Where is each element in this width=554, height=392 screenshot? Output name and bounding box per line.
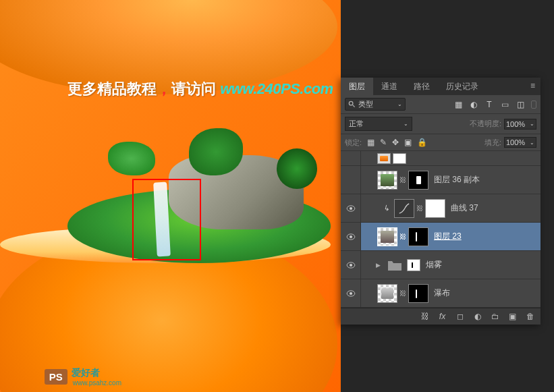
wm-part1: 更多精品教程 [67, 80, 157, 97]
opacity-label: 不透明度: [470, 119, 501, 129]
new-group-icon[interactable]: 🗀 [490, 312, 500, 321]
mask-thumb[interactable] [408, 171, 428, 190]
canvas-area[interactable]: 更多精品教程，请访问 www.240PS.com PS 爱好者 www.psah… [0, 0, 341, 392]
panel-tabs: 图层 通道 路径 历史记录 ≡ [341, 78, 541, 95]
link-icon[interactable]: ⛓ [399, 289, 406, 297]
dropdown-arrow-icon: ⌄ [397, 101, 402, 107]
fill-label: 填充: [484, 138, 501, 148]
chevron-down-icon: ⌄ [530, 121, 534, 127]
folder-thumb[interactable] [385, 256, 405, 275]
visibility-toggle[interactable] [341, 151, 361, 165]
lock-position-icon[interactable]: ✥ [392, 138, 399, 147]
visibility-toggle[interactable] [341, 279, 361, 307]
lock-artboard-icon[interactable]: ▣ [404, 138, 412, 147]
wm-comma: ， [157, 80, 171, 97]
svg-point-0 [349, 101, 353, 105]
new-layer-icon[interactable]: ▣ [507, 312, 518, 321]
svg-line-1 [353, 105, 355, 107]
tab-paths[interactable]: 路径 [406, 78, 438, 95]
svg-point-5 [349, 235, 352, 237]
wm-url: www.240PS.com [220, 80, 333, 97]
layer-name[interactable]: 图层 23 [434, 231, 462, 242]
filter-pixel-icon[interactable]: ▦ [453, 100, 463, 109]
visibility-toggle[interactable] [341, 194, 361, 222]
watermark-text: 更多精品教程，请访问 www.240PS.com [67, 79, 333, 99]
wm-brand: 爱好者 [72, 367, 121, 379]
svg-point-7 [349, 263, 352, 266]
chevron-down-icon: ⌄ [530, 140, 534, 146]
filter-shape-icon[interactable]: ▭ [500, 100, 509, 109]
lock-transparency-icon[interactable]: ▦ [367, 138, 375, 147]
layer-row[interactable]: ↳ ⛓ 曲线 37 [341, 194, 541, 223]
layer-thumb[interactable] [377, 171, 397, 190]
bottom-watermark: PS 爱好者 www.psahz.com [45, 367, 121, 387]
lock-row: 锁定: ▦ ✎ ✥ ▣ 🔒 填充: 100% ⌄ [341, 134, 541, 151]
visibility-toggle[interactable] [341, 251, 361, 279]
eye-icon [346, 262, 356, 269]
layers-panel: 图层 通道 路径 历史记录 ≡ 类型 ⌄ ▦ ◐ T ▭ ◫ 正常 ⌄ 不透明度… [341, 78, 541, 325]
disclosure-triangle[interactable]: ▶ [376, 262, 381, 269]
eye-icon [346, 233, 356, 240]
filter-smart-icon[interactable]: ◫ [516, 100, 525, 109]
panel-footer: ⛓ fx ◻ ◐ 🗀 ▣ 🗑 [341, 308, 541, 325]
folder-icon [387, 258, 403, 272]
tab-channels[interactable]: 通道 [373, 78, 406, 95]
link-icon[interactable]: ⛓ [399, 176, 406, 184]
layer-row[interactable] [341, 151, 541, 166]
lock-all-icon[interactable]: 🔒 [417, 138, 427, 147]
search-icon [348, 101, 356, 108]
mask-thumb[interactable] [393, 153, 406, 164]
layer-thumb[interactable] [377, 227, 397, 246]
layer-name[interactable]: 瀑布 [434, 287, 450, 299]
layer-filter-row: 类型 ⌄ ▦ ◐ T ▭ ◫ [341, 95, 541, 114]
adjustment-thumb[interactable] [394, 199, 414, 218]
visibility-toggle[interactable] [341, 166, 361, 194]
layer-name[interactable]: 曲线 37 [451, 202, 478, 214]
layer-thumb[interactable] [377, 284, 397, 303]
eye-icon [346, 205, 356, 212]
blend-mode-value: 正常 [349, 119, 364, 129]
fill-value: 100% [506, 138, 525, 146]
layer-name[interactable]: 烟雾 [426, 259, 442, 271]
link-layers-icon[interactable]: ⛓ [420, 312, 430, 321]
fill-input[interactable]: 100% ⌄ [504, 137, 536, 148]
tab-layers[interactable]: 图层 [341, 78, 373, 95]
filter-type-label: 类型 [358, 99, 373, 109]
filter-type-icon[interactable]: T [484, 100, 494, 109]
mask-thumb[interactable] [408, 284, 428, 303]
layer-row[interactable]: ▶ 烟雾 [341, 251, 541, 279]
visibility-toggle[interactable] [341, 223, 361, 250]
blend-mode-dropdown[interactable]: 正常 ⌄ [345, 117, 412, 131]
opacity-value: 100% [506, 120, 525, 128]
layers-list: ⛓ 图层 36 副本 ↳ ⛓ 曲线 37 [341, 151, 541, 308]
layer-row[interactable]: ⛓ 瀑布 [341, 279, 541, 308]
layer-thumb[interactable] [377, 153, 391, 164]
link-icon[interactable]: ⛓ [416, 204, 423, 212]
filter-adjustment-icon[interactable]: ◐ [469, 100, 478, 109]
svg-point-9 [349, 291, 352, 294]
layer-filter-dropdown[interactable]: 类型 ⌄ [345, 98, 406, 111]
svg-point-3 [349, 206, 352, 209]
adjustment-layer-icon[interactable]: ◐ [472, 312, 482, 321]
add-mask-icon[interactable]: ◻ [455, 312, 465, 321]
panel-menu-icon[interactable]: ≡ [525, 78, 541, 95]
mask-thumb[interactable] [425, 199, 445, 218]
layer-row[interactable]: ⛓ 图层 36 副本 [341, 166, 541, 194]
lock-label: 锁定: [345, 138, 362, 148]
tab-history[interactable]: 历史记录 [438, 78, 487, 95]
wm-suburl: www.psahz.com [73, 379, 121, 387]
opacity-input[interactable]: 100% ⌄ [504, 119, 536, 130]
mask-thumb[interactable] [408, 227, 428, 246]
filter-toggle-icon[interactable] [531, 101, 536, 109]
clip-indicator-icon: ↳ [383, 203, 391, 213]
layer-row[interactable]: ⛓ 图层 23 [341, 223, 541, 251]
layer-name[interactable]: 图层 36 副本 [434, 174, 480, 186]
delete-layer-icon[interactable]: 🗑 [525, 312, 535, 321]
link-icon[interactable]: ⛓ [399, 233, 406, 240]
ps-badge: PS [45, 369, 67, 385]
selection-marquee[interactable] [132, 179, 201, 260]
layer-style-icon[interactable]: fx [437, 312, 447, 321]
mask-thumb[interactable] [407, 259, 420, 271]
chevron-down-icon: ⌄ [404, 121, 408, 127]
lock-pixels-icon[interactable]: ✎ [380, 138, 387, 147]
